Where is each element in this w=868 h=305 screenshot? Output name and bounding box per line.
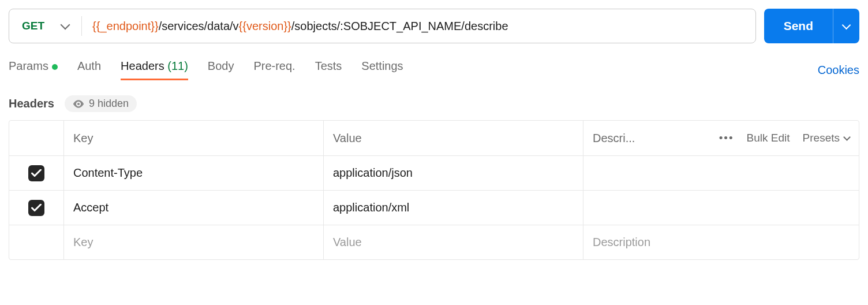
header-description-cell[interactable] (583, 191, 859, 225)
url-segment: /services/data/v (159, 20, 239, 32)
header-value-cell[interactable]: application/json (324, 156, 583, 190)
table-row: Accept application/xml (9, 190, 859, 225)
request-tabs: Params Auth Headers (11) Body Pre-req. T… (9, 59, 403, 80)
toggle-hidden-headers-button[interactable]: 9 hidden (65, 95, 137, 112)
method-url-container: GET {{_endpoint}}/services/data/v{{versi… (9, 9, 756, 43)
send-button[interactable]: Send (764, 9, 833, 43)
column-header-value: Value (324, 121, 583, 155)
section-title: Headers (9, 97, 54, 110)
row-checkbox-cell (9, 225, 64, 259)
check-icon (31, 169, 42, 177)
header-key-input[interactable]: Key (64, 225, 324, 259)
active-indicator-dot-icon (52, 64, 58, 70)
separator (81, 16, 82, 36)
send-button-group: Send (764, 9, 859, 43)
bulk-edit-button[interactable]: Bulk Edit (747, 132, 790, 144)
header-description-input[interactable]: Description (583, 225, 859, 259)
column-header-description: Descri... ••• Bulk Edit Presets (583, 121, 859, 155)
row-checkbox-cell (9, 191, 64, 225)
table-tools: ••• Bulk Edit Presets (719, 132, 850, 144)
table-row-new: Key Value Description (9, 225, 859, 259)
http-method-select[interactable]: GET (9, 20, 81, 32)
tab-headers[interactable]: Headers (11) (121, 59, 188, 80)
header-value-cell[interactable]: application/xml (324, 191, 583, 225)
tab-tests[interactable]: Tests (315, 59, 342, 80)
chevron-down-icon (61, 20, 70, 30)
presets-label: Presets (803, 132, 840, 144)
chevron-down-icon (843, 133, 851, 141)
http-method-label: GET (22, 20, 44, 32)
more-options-icon[interactable]: ••• (719, 132, 734, 144)
tab-settings[interactable]: Settings (361, 59, 403, 80)
svg-point-0 (77, 102, 80, 105)
header-key-cell[interactable]: Accept (64, 191, 324, 225)
tabs-row: Params Auth Headers (11) Body Pre-req. T… (9, 59, 859, 80)
row-checkbox-cell (9, 156, 64, 190)
table-row: Content-Type application/json (9, 155, 859, 190)
column-header-key: Key (64, 121, 324, 155)
url-segment: /sobjects/:SOBJECT_API_NAME/describe (291, 20, 508, 32)
column-description-label: Descri... (593, 132, 635, 145)
headers-table: Key Value Descri... ••• Bulk Edit Preset… (9, 120, 859, 260)
url-variable: {{_endpoint}} (92, 20, 159, 32)
tab-params[interactable]: Params (9, 59, 58, 80)
check-icon (31, 204, 42, 212)
chevron-down-icon (842, 20, 851, 29)
tab-body[interactable]: Body (208, 59, 234, 80)
headers-section-header: Headers 9 hidden (9, 95, 859, 112)
header-key-cell[interactable]: Content-Type (64, 156, 324, 190)
table-header-row: Key Value Descri... ••• Bulk Edit Preset… (9, 121, 859, 155)
header-description-cell[interactable] (583, 156, 859, 190)
presets-dropdown[interactable]: Presets (803, 132, 850, 144)
request-bar: GET {{_endpoint}}/services/data/v{{versi… (9, 9, 859, 43)
cookies-link[interactable]: Cookies (818, 64, 859, 77)
tab-auth[interactable]: Auth (77, 59, 101, 80)
url-variable: {{version}} (239, 20, 291, 32)
hidden-count-label: 9 hidden (89, 98, 129, 110)
request-url-input[interactable]: {{_endpoint}}/services/data/v{{version}}… (92, 20, 755, 33)
eye-icon (73, 100, 84, 108)
row-enabled-checkbox[interactable] (28, 165, 44, 181)
column-checkbox (9, 121, 64, 155)
tab-prereq[interactable]: Pre-req. (253, 59, 295, 80)
row-enabled-checkbox[interactable] (28, 200, 44, 216)
header-value-input[interactable]: Value (324, 225, 583, 259)
send-dropdown-button[interactable] (833, 9, 859, 43)
